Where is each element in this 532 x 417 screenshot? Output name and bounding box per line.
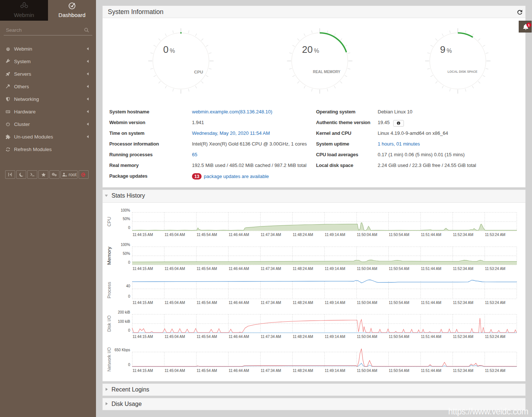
svg-text:Network I/O: Network I/O (107, 347, 112, 372)
svg-text:50%: 50% (123, 217, 130, 221)
svg-text:11:53:24 AM: 11:53:24 AM (485, 267, 505, 271)
svg-text:11:46:44 AM: 11:46:44 AM (229, 301, 249, 305)
svg-text:11:44:15 AM: 11:44:15 AM (133, 335, 153, 339)
svg-text:11:45:04 AM: 11:45:04 AM (165, 301, 185, 305)
svg-text:11:49:14 AM: 11:49:14 AM (325, 267, 345, 271)
svg-text:11:46:44 AM: 11:46:44 AM (229, 369, 249, 373)
svg-text:11:50:04 AM: 11:50:04 AM (357, 301, 377, 305)
svg-text:650 Kbps: 650 Kbps (114, 348, 130, 352)
svg-text:11:47:34 AM: 11:47:34 AM (261, 233, 281, 237)
svg-text:11:53:24 AM: 11:53:24 AM (485, 335, 505, 339)
svg-text:11:51:44 AM: 11:51:44 AM (421, 335, 441, 339)
svg-text:200 kiB: 200 kiB (118, 310, 130, 314)
svg-text:50%: 50% (123, 252, 130, 256)
svg-text:40: 40 (126, 284, 130, 288)
svg-text:11:51:44 AM: 11:51:44 AM (421, 369, 441, 373)
svg-text:11:44:15 AM: 11:44:15 AM (133, 267, 153, 271)
svg-text:11:45:04 AM: 11:45:04 AM (165, 267, 185, 271)
svg-text:11:46:44 AM: 11:46:44 AM (229, 267, 249, 271)
svg-text:0: 0 (128, 226, 130, 230)
svg-text:11:47:34 AM: 11:47:34 AM (261, 335, 281, 339)
svg-text:11:45:54 AM: 11:45:54 AM (196, 233, 217, 237)
svg-text:11:50:04 AM: 11:50:04 AM (357, 233, 377, 237)
svg-text:11:49:14 AM: 11:49:14 AM (325, 369, 345, 373)
svg-text:Disk I/O: Disk I/O (107, 315, 112, 332)
svg-text:11:49:14 AM: 11:49:14 AM (325, 233, 345, 237)
svg-text:11:50:04 AM: 11:50:04 AM (357, 267, 377, 271)
svg-text:11:52:34 AM: 11:52:34 AM (453, 369, 473, 373)
svg-text:Memory: Memory (106, 247, 112, 265)
svg-text:11:52:34 AM: 11:52:34 AM (453, 267, 473, 271)
svg-text:100%: 100% (121, 243, 130, 247)
svg-text:11:53:24 AM: 11:53:24 AM (485, 233, 505, 237)
svg-text:11:48:24 AM: 11:48:24 AM (293, 335, 313, 339)
svg-text:Process: Process (107, 282, 112, 298)
svg-text:11:47:34 AM: 11:47:34 AM (261, 301, 281, 305)
svg-text:11:52:34 AM: 11:52:34 AM (453, 301, 473, 305)
svg-text:0: 0 (128, 260, 130, 264)
svg-text:11:53:24 AM: 11:53:24 AM (485, 369, 505, 373)
svg-text:11:51:44 AM: 11:51:44 AM (421, 233, 441, 237)
svg-text:11:45:54 AM: 11:45:54 AM (196, 301, 217, 305)
svg-text:11:49:14 AM: 11:49:14 AM (325, 301, 345, 305)
svg-text:11:46:44 AM: 11:46:44 AM (229, 233, 249, 237)
svg-text:11:50:54 AM: 11:50:54 AM (389, 301, 409, 305)
svg-text:11:48:24 AM: 11:48:24 AM (293, 369, 313, 373)
svg-text:11:47:34 AM: 11:47:34 AM (261, 369, 281, 373)
svg-text:11:44:15 AM: 11:44:15 AM (133, 301, 153, 305)
svg-text:11:44:15 AM: 11:44:15 AM (133, 233, 153, 237)
svg-text:11:50:04 AM: 11:50:04 AM (357, 369, 377, 373)
svg-text:0: 0 (128, 294, 130, 298)
svg-text:11:45:04 AM: 11:45:04 AM (165, 233, 185, 237)
svg-text:11:47:34 AM: 11:47:34 AM (261, 267, 281, 271)
svg-text:11:50:54 AM: 11:50:54 AM (389, 267, 409, 271)
svg-text:100%: 100% (121, 208, 130, 212)
svg-text:11:50:54 AM: 11:50:54 AM (389, 233, 409, 237)
svg-text:11:46:44 AM: 11:46:44 AM (229, 335, 249, 339)
svg-text:11:45:54 AM: 11:45:54 AM (196, 267, 217, 271)
svg-text:11:52:34 AM: 11:52:34 AM (453, 335, 473, 339)
svg-text:11:50:04 AM: 11:50:04 AM (357, 335, 377, 339)
svg-text:11:45:04 AM: 11:45:04 AM (165, 369, 185, 373)
svg-text:11:45:54 AM: 11:45:54 AM (196, 335, 217, 339)
svg-text:11:48:24 AM: 11:48:24 AM (293, 267, 313, 271)
svg-text:11:45:04 AM: 11:45:04 AM (165, 335, 185, 339)
svg-text:11:52:34 AM: 11:52:34 AM (453, 233, 473, 237)
svg-text:11:51:44 AM: 11:51:44 AM (421, 267, 441, 271)
svg-text:CPU: CPU (107, 217, 112, 226)
svg-text:11:48:24 AM: 11:48:24 AM (293, 233, 313, 237)
svg-text:100 kiB: 100 kiB (118, 319, 130, 324)
svg-text:11:44:15 AM: 11:44:15 AM (133, 369, 153, 373)
svg-text:11:50:54 AM: 11:50:54 AM (389, 335, 409, 339)
svg-text:11:50:54 AM: 11:50:54 AM (389, 369, 409, 373)
svg-text:11:51:44 AM: 11:51:44 AM (421, 301, 441, 305)
svg-text:0: 0 (128, 363, 130, 367)
svg-text:0: 0 (128, 328, 130, 332)
svg-text:11:53:24 AM: 11:53:24 AM (485, 301, 505, 305)
svg-text:11:45:54 AM: 11:45:54 AM (196, 369, 217, 373)
svg-text:11:48:24 AM: 11:48:24 AM (293, 301, 313, 305)
svg-text:11:49:14 AM: 11:49:14 AM (325, 335, 345, 339)
